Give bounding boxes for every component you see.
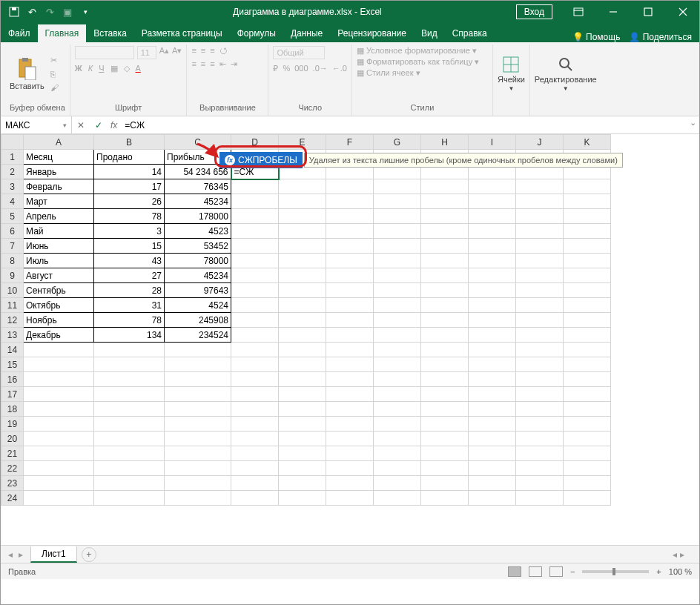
cell[interactable] (421, 417, 469, 432)
cell[interactable] (516, 446, 564, 461)
cell[interactable] (516, 387, 564, 402)
cell[interactable] (516, 432, 564, 446)
row-header[interactable]: 22 (1, 461, 24, 476)
cell[interactable] (564, 387, 611, 402)
format-table-button[interactable]: ▦ Форматировать как таблицу ▾ (357, 57, 479, 67)
column-header[interactable]: J (516, 135, 564, 150)
cell[interactable] (326, 268, 374, 283)
cell[interactable] (326, 372, 374, 387)
column-header[interactable]: K (564, 135, 611, 150)
cell[interactable] (94, 343, 165, 357)
cell[interactable] (469, 224, 516, 239)
cell[interactable] (516, 491, 564, 506)
cell[interactable] (421, 372, 469, 387)
cell[interactable] (469, 461, 516, 476)
cell[interactable] (326, 298, 374, 313)
cell[interactable] (374, 283, 421, 298)
comma-icon[interactable]: 000 (294, 64, 308, 73)
cell[interactable] (421, 283, 469, 298)
cell[interactable] (469, 268, 516, 283)
expand-formula-icon[interactable]: ⌄ (690, 118, 696, 128)
cell[interactable] (516, 194, 564, 209)
cell[interactable] (564, 313, 611, 328)
cell[interactable] (94, 461, 165, 476)
copy-icon[interactable]: ⎘ (50, 70, 59, 79)
tab-file[interactable]: Файл (1, 24, 38, 42)
column-header[interactable]: G (374, 135, 421, 150)
cell[interactable]: 17 (94, 179, 165, 194)
cell[interactable] (279, 446, 326, 461)
cell[interactable] (469, 209, 516, 224)
cell[interactable] (165, 491, 231, 506)
cell[interactable] (516, 224, 564, 239)
cell[interactable] (421, 239, 469, 254)
cell[interactable] (94, 387, 165, 402)
tab-formulas[interactable]: Формулы (230, 24, 283, 42)
cell[interactable] (421, 476, 469, 491)
cell[interactable] (421, 446, 469, 461)
cell[interactable] (24, 432, 94, 446)
cell[interactable] (279, 179, 326, 194)
column-header[interactable]: H (421, 135, 469, 150)
row-header[interactable]: 8 (1, 254, 24, 268)
cell[interactable] (24, 402, 94, 417)
cell[interactable] (231, 313, 279, 328)
cell[interactable]: 245908 (165, 313, 231, 328)
cell[interactable] (231, 357, 279, 372)
cell[interactable] (326, 357, 374, 372)
cell[interactable] (374, 298, 421, 313)
cell[interactable] (374, 432, 421, 446)
cell[interactable]: Октябрь (24, 298, 94, 313)
cell[interactable]: 45234 (165, 268, 231, 283)
cell[interactable] (516, 283, 564, 298)
percent-icon[interactable]: % (283, 64, 290, 73)
cell[interactable] (279, 402, 326, 417)
align-center-icon[interactable]: ≡ (201, 59, 205, 69)
row-header[interactable]: 15 (1, 357, 24, 372)
maximize-icon[interactable] (631, 1, 664, 23)
cell[interactable] (279, 298, 326, 313)
cell[interactable] (24, 387, 94, 402)
cell[interactable] (374, 224, 421, 239)
cell[interactable] (516, 328, 564, 343)
view-page-layout-icon[interactable] (529, 566, 542, 577)
cell[interactable]: 28 (94, 283, 165, 298)
cell[interactable] (469, 357, 516, 372)
cell[interactable] (326, 313, 374, 328)
dec-decimal-icon[interactable]: ←.0 (332, 64, 347, 73)
cell[interactable] (564, 179, 611, 194)
cell[interactable] (94, 417, 165, 432)
tab-view[interactable]: Вид (414, 24, 445, 42)
save-icon[interactable] (8, 6, 20, 18)
cell[interactable] (279, 313, 326, 328)
row-header[interactable]: 14 (1, 343, 24, 357)
cell[interactable] (469, 194, 516, 209)
row-header[interactable]: 16 (1, 372, 24, 387)
font-color-icon[interactable]: A (136, 64, 141, 73)
cell[interactable] (516, 372, 564, 387)
cell[interactable] (24, 357, 94, 372)
tab-review[interactable]: Рецензирование (330, 24, 414, 42)
cell[interactable] (421, 209, 469, 224)
cell[interactable]: Апрель (24, 209, 94, 224)
cell[interactable] (231, 254, 279, 268)
cell[interactable] (231, 491, 279, 506)
cell[interactable] (421, 432, 469, 446)
row-header[interactable]: 12 (1, 313, 24, 328)
cell[interactable] (469, 402, 516, 417)
cell[interactable]: 234524 (165, 328, 231, 343)
view-normal-icon[interactable] (508, 566, 521, 577)
paste-button[interactable]: Вставить (10, 56, 44, 90)
zoom-slider[interactable] (582, 570, 649, 573)
cell[interactable] (564, 343, 611, 357)
cell[interactable] (326, 179, 374, 194)
cell[interactable] (421, 461, 469, 476)
cell[interactable]: Май (24, 224, 94, 239)
cell[interactable] (374, 402, 421, 417)
cell[interactable]: 178000 (165, 209, 231, 224)
add-sheet-icon[interactable]: + (82, 547, 96, 562)
cell[interactable] (421, 328, 469, 343)
cell[interactable] (279, 268, 326, 283)
cell[interactable]: 97643 (165, 283, 231, 298)
cancel-formula-icon[interactable]: ✕ (72, 120, 90, 130)
